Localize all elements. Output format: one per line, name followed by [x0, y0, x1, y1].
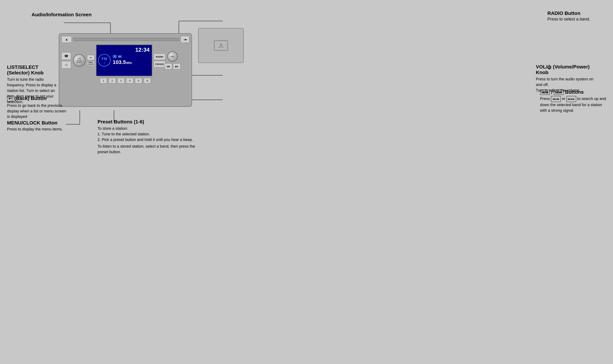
list-select-knob[interactable]: LISTPUSHSELECT [73, 54, 85, 67]
seek-prev-ref: ⏮⏮ [551, 96, 561, 102]
frequency-display: 103.5 MHz [113, 59, 151, 65]
preset-button-2[interactable]: 2 [109, 78, 116, 83]
preset-button-3[interactable]: 3 [117, 78, 125, 83]
seek-next-button[interactable]: ⏭ [173, 63, 181, 69]
preset-row-container: 1 2 3 4 5 6 [61, 78, 189, 83]
cd-slot [73, 38, 179, 41]
vol-power-label: VOL/⏻ (Volume/Power) Knob Press to turn … [536, 64, 599, 93]
radio-button[interactable]: RADIO [153, 53, 166, 60]
cd-aux-panel-button[interactable]: CD/AUX [153, 61, 166, 67]
selector-knob-area: LISTPUSHSELECT [73, 54, 85, 67]
seek-buttons-label: ⏮⏮ / ⏭⏭ ⧏⧏ / ⧎⧎ Buttons Buttons Press ⏮⏮… [540, 89, 606, 113]
audio-screen-label: Audio/Information Screen [32, 12, 92, 17]
preset-button-5[interactable]: 5 [135, 78, 142, 83]
preset-button-1[interactable]: 1 [100, 78, 107, 83]
phone-button[interactable]: ☎ [61, 52, 71, 60]
preset-button-4[interactable]: 4 [126, 78, 133, 83]
eject-button[interactable]: ▲ [61, 36, 72, 43]
seek-next-ref: ⏭⏭ [566, 96, 576, 102]
seek-prev-icon-label: ⏮⏮ [540, 90, 550, 95]
fm-label: FM [101, 57, 107, 61]
head-unit: ▲ ⊐▶ ☎ ♪/♩ LISTPUSHSELECT ↩ MENUCLOCK 12… [59, 33, 192, 107]
audio-screen: 12:34 FM 1 1 ST 103.5 MHz [96, 45, 152, 76]
external-panel: ⚠ [198, 28, 244, 63]
preset-row: 1 ST [113, 55, 151, 58]
seek-prev-button[interactable]: ⏮ [165, 63, 172, 69]
top-row: ▲ ⊐▶ [61, 36, 189, 43]
back-button[interactable]: ↩ [87, 55, 95, 60]
back-menu-col: ↩ MENUCLOCK [87, 55, 95, 66]
seek-buttons: ⏮ ⏭ [165, 63, 181, 69]
preset-indicator: 1 [113, 55, 117, 58]
frequency-unit: MHz [126, 62, 132, 65]
cd-aux-button[interactable]: ⊐▶ [181, 36, 189, 43]
radio-panel: RADIO CD/AUX [153, 53, 166, 67]
preset-buttons-label: Preset Buttons (1-6) To store a station:… [98, 119, 206, 155]
back-icon-inline: ↩ [7, 96, 13, 102]
st-badge: ST [118, 55, 122, 58]
freq-area: 1 ST 103.5 MHz [113, 55, 151, 65]
right-controls: VOL ⏮ ⏭ [167, 51, 178, 69]
frequency-value: 103.5 [113, 59, 126, 65]
fm-badge: FM 1 [98, 54, 111, 66]
radio-button-label: RADIO Button Press to select a band. [547, 11, 590, 22]
seek-next-icon-label: ⏭⏭ [554, 90, 564, 95]
warning-icon: ⚠ [214, 40, 228, 51]
page: ▲ ⊐▶ ☎ ♪/♩ LISTPUSHSELECT ↩ MENUCLOCK 12… [0, 0, 613, 364]
back-button-label: ↩ (Back) Button Press to go back to the … [7, 96, 67, 119]
middle-row: ☎ ♪/♩ LISTPUSHSELECT ↩ MENUCLOCK 12:34 F… [61, 45, 189, 76]
preset-button-6[interactable]: 6 [144, 78, 151, 83]
fm-sub: 1 [104, 61, 105, 64]
left-controls: ☎ ♪/♩ [61, 52, 71, 69]
menu-clock-label: MENU/CLOCK Button Press to display the m… [7, 120, 63, 132]
media-button[interactable]: ♪/♩ [61, 61, 71, 69]
menu-clock-button[interactable]: MENUCLOCK [87, 61, 95, 66]
vol-power-knob[interactable]: VOL [167, 51, 178, 62]
screen-time: 12:34 [135, 47, 150, 53]
